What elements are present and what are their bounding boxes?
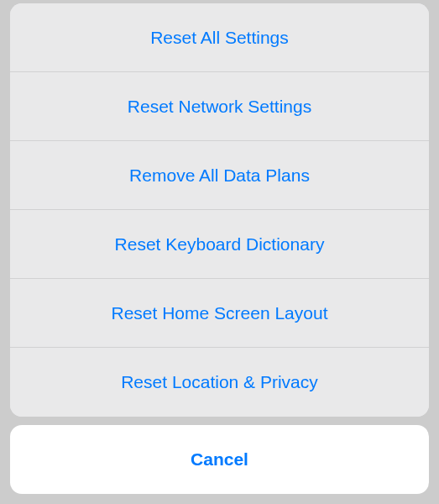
option-label: Reset Home Screen Layout	[112, 303, 328, 323]
option-label: Reset Location & Privacy	[121, 372, 318, 392]
remove-all-data-plans-option[interactable]: Remove All Data Plans	[10, 141, 429, 210]
reset-keyboard-dictionary-option[interactable]: Reset Keyboard Dictionary	[10, 210, 429, 279]
reset-location-privacy-option[interactable]: Reset Location & Privacy	[10, 348, 429, 417]
option-label: Reset Network Settings	[128, 97, 311, 117]
action-sheet-options-group: Reset All Settings Reset Network Setting…	[10, 3, 429, 417]
option-label: Reset All Settings	[150, 28, 289, 48]
cancel-button[interactable]: Cancel	[10, 425, 429, 494]
action-sheet: Reset All Settings Reset Network Setting…	[10, 3, 429, 494]
reset-all-settings-option[interactable]: Reset All Settings	[10, 3, 429, 72]
reset-home-screen-layout-option[interactable]: Reset Home Screen Layout	[10, 279, 429, 348]
option-label: Reset Keyboard Dictionary	[115, 234, 325, 255]
option-label: Remove All Data Plans	[129, 165, 310, 186]
cancel-label: Cancel	[191, 449, 248, 470]
reset-network-settings-option[interactable]: Reset Network Settings	[10, 72, 429, 141]
